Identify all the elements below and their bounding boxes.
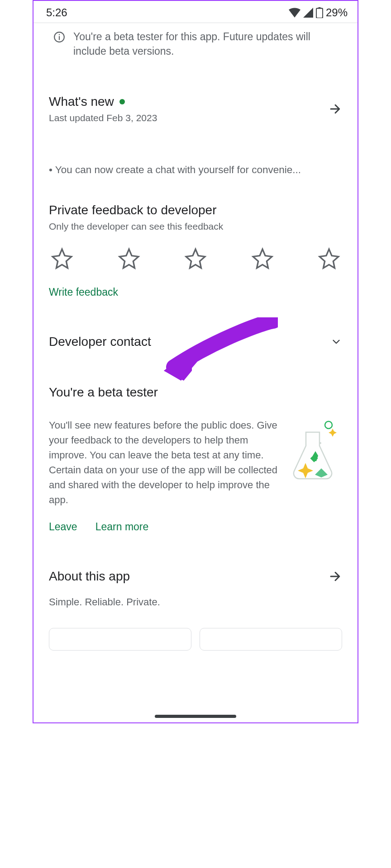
svg-rect-1 xyxy=(319,7,321,9)
star-2[interactable] xyxy=(118,247,140,270)
nav-gesture-pill[interactable] xyxy=(155,715,236,718)
feedback-title: Private feedback to developer xyxy=(49,203,342,217)
changelog-text: • You can now create a chat with yoursel… xyxy=(49,123,342,176)
star-4[interactable] xyxy=(251,247,274,270)
tag-chip[interactable] xyxy=(200,628,342,651)
status-icons: 29% xyxy=(289,6,348,19)
svg-point-5 xyxy=(325,421,332,429)
status-time: 5:26 xyxy=(46,6,67,19)
svg-rect-0 xyxy=(316,8,323,18)
svg-point-6 xyxy=(319,442,321,444)
about-section[interactable]: About this app Simple. Reliable. Private… xyxy=(49,533,342,608)
leave-beta-button[interactable]: Leave xyxy=(49,521,77,533)
arrow-right-icon[interactable] xyxy=(329,102,342,116)
rating-stars xyxy=(49,232,342,270)
write-feedback-link[interactable]: Write feedback xyxy=(49,270,342,298)
whats-new-section[interactable]: What's new Last updated Feb 3, 2023 • Yo… xyxy=(49,67,342,176)
about-desc: Simple. Reliable. Private. xyxy=(49,584,342,608)
about-title: About this app xyxy=(49,569,130,584)
chevron-down-icon[interactable] xyxy=(330,336,342,348)
feedback-sub: Only the developer can see this feedback xyxy=(49,221,342,232)
tag-chips xyxy=(49,608,342,651)
svg-rect-3 xyxy=(59,36,60,40)
info-icon xyxy=(53,31,65,43)
learn-more-link[interactable]: Learn more xyxy=(95,521,149,533)
status-bar: 5:26 29% xyxy=(33,1,358,23)
arrow-right-icon[interactable] xyxy=(329,570,342,583)
battery-icon xyxy=(316,7,323,18)
whats-new-updated: Last updated Feb 3, 2023 xyxy=(49,113,157,123)
battery-percent: 29% xyxy=(326,6,348,19)
star-5[interactable] xyxy=(318,247,340,270)
beta-banner-text: You're a beta tester for this app. Futur… xyxy=(73,29,342,58)
beta-tester-section: You're a beta tester You'll see new feat… xyxy=(49,349,342,533)
phone-frame: 5:26 29% You're a beta tester for this a… xyxy=(33,0,358,723)
feedback-section: Private feedback to developer Only the d… xyxy=(49,176,342,298)
developer-contact-title: Developer contact xyxy=(49,335,151,349)
wifi-icon xyxy=(289,8,300,18)
beta-flask-illustration xyxy=(288,418,342,507)
whats-new-label: What's new xyxy=(49,94,114,109)
cell-signal-icon xyxy=(303,8,313,18)
beta-tester-title: You're a beta tester xyxy=(49,385,342,400)
new-indicator-dot xyxy=(119,99,125,104)
tag-chip[interactable] xyxy=(49,628,191,651)
whats-new-title: What's new xyxy=(49,94,157,109)
star-1[interactable] xyxy=(51,247,73,270)
beta-banner: You're a beta tester for this app. Futur… xyxy=(49,23,342,67)
developer-contact-section[interactable]: Developer contact xyxy=(49,298,342,349)
beta-tester-body: You'll see new features before the publi… xyxy=(49,418,280,507)
svg-rect-4 xyxy=(59,34,60,35)
star-3[interactable] xyxy=(184,247,207,270)
